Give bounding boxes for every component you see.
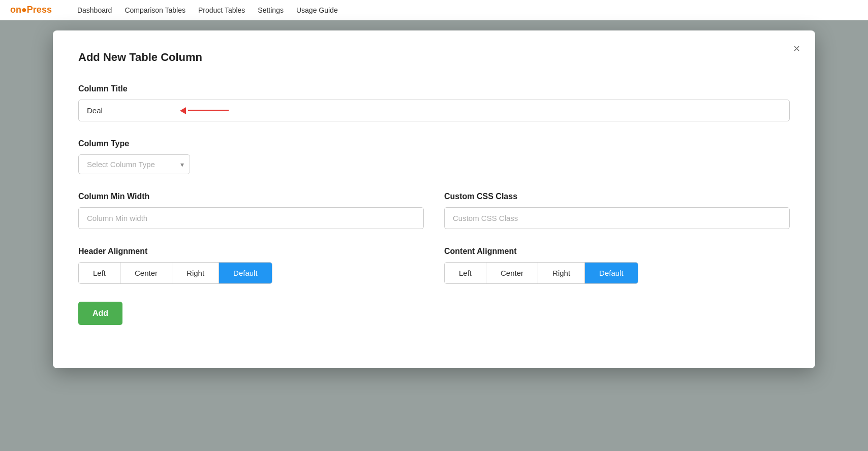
content-align-default[interactable]: Default <box>585 263 638 283</box>
custom-css-section: Custom CSS Class <box>444 192 790 229</box>
arrow-annotation <box>180 107 229 114</box>
column-type-section: Column Type Select Column Type ▾ <box>78 139 790 174</box>
nav-settings[interactable]: Settings <box>258 6 284 14</box>
content-align-center[interactable]: Center <box>486 263 538 283</box>
header-alignment-group: Left Center Right Default <box>78 262 272 284</box>
alignment-section: Header Alignment Left Center Right Defau… <box>78 247 790 302</box>
header-alignment-section: Header Alignment Left Center Right Defau… <box>78 247 424 284</box>
column-title-label: Column Title <box>78 84 790 93</box>
modal-close-button[interactable]: × <box>791 41 802 57</box>
nav-dashboard[interactable]: Dashboard <box>77 6 112 14</box>
column-type-label: Column Type <box>78 139 790 148</box>
custom-css-label: Custom CSS Class <box>444 192 790 201</box>
nav-usage-guide[interactable]: Usage Guide <box>296 6 338 14</box>
modal-container: × Add New Table Column Column Title Colu… <box>53 30 815 368</box>
content-align-right[interactable]: Right <box>538 263 585 283</box>
column-type-select-wrapper: Select Column Type ▾ <box>78 154 190 174</box>
content-alignment-section: Content Alignment Left Center Right Defa… <box>444 247 790 284</box>
modal-backdrop: × Add New Table Column Column Title Colu… <box>0 20 868 451</box>
nav-comparison-tables[interactable]: Comparison Tables <box>125 6 185 14</box>
column-min-width-section: Column Min Width <box>78 192 424 229</box>
header-align-right[interactable]: Right <box>172 263 219 283</box>
nav-links: Dashboard Comparison Tables Product Tabl… <box>77 6 338 14</box>
arrow-head-icon <box>180 107 186 114</box>
header-alignment-label: Header Alignment <box>78 247 424 256</box>
header-align-default[interactable]: Default <box>219 263 272 283</box>
header-align-center[interactable]: Center <box>120 263 172 283</box>
column-title-input-wrapper <box>78 100 790 121</box>
add-button[interactable]: Add <box>78 302 122 325</box>
column-min-width-input[interactable] <box>78 207 424 229</box>
add-button-section: Add <box>78 302 790 325</box>
nav-logo: on●Press <box>10 5 52 15</box>
content-alignment-group: Left Center Right Default <box>444 262 638 284</box>
arrow-line <box>188 110 229 111</box>
nav-product-tables[interactable]: Product Tables <box>198 6 245 14</box>
content-alignment-label: Content Alignment <box>444 247 790 256</box>
top-nav: on●Press Dashboard Comparison Tables Pro… <box>0 0 868 20</box>
modal-title: Add New Table Column <box>78 51 790 64</box>
column-title-section: Column Title <box>78 84 790 121</box>
column-type-select[interactable]: Select Column Type <box>78 154 190 174</box>
column-min-width-label: Column Min Width <box>78 192 424 201</box>
content-align-left[interactable]: Left <box>445 263 486 283</box>
custom-css-input[interactable] <box>444 207 790 229</box>
header-align-left[interactable]: Left <box>79 263 120 283</box>
two-col-section: Column Min Width Custom CSS Class <box>78 192 790 247</box>
